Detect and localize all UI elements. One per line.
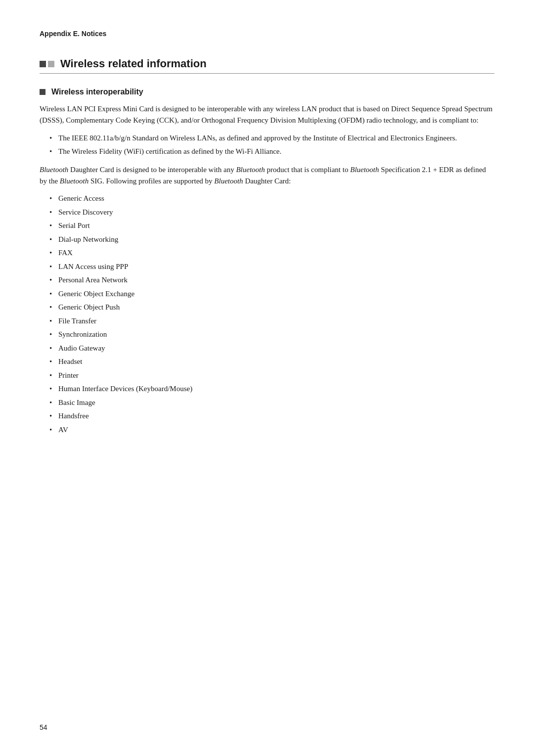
paragraph2-end: Daughter Card:: [243, 177, 291, 185]
list-item: Dial-up Networking: [49, 234, 494, 245]
section-title-container: Wireless related information: [40, 57, 494, 74]
list-item: Audio Gateway: [49, 343, 494, 354]
list-item: Synchronization: [49, 329, 494, 340]
list-item: LAN Access using PPP: [49, 261, 494, 272]
page-number: 54: [40, 723, 47, 731]
body-paragraph-2: Bluetooth Daughter Card is designed to b…: [40, 164, 494, 187]
paragraph2-mid1: Daughter Card is designed to be interope…: [68, 166, 236, 174]
bluetooth-italic-3: Bluetooth: [350, 166, 379, 174]
appendix-header: Appendix E. Notices: [40, 30, 494, 38]
bluetooth-italic-5: Bluetooth: [214, 177, 243, 185]
list-item: File Transfer: [49, 315, 494, 327]
ieee-bullet-list: The IEEE 802.11a/b/g/n Standard on Wirel…: [49, 133, 494, 157]
paragraph2-mid2: product that is compliant to: [265, 166, 350, 174]
list-item: Personal Area Network: [49, 274, 494, 286]
subsection: Wireless interoperability Wireless LAN P…: [40, 88, 494, 435]
section-title: Wireless related information: [60, 57, 207, 70]
bluetooth-italic-2: Bluetooth: [236, 166, 265, 174]
list-item: Printer: [49, 370, 494, 381]
subsection-title: Wireless interoperability: [51, 88, 143, 96]
list-item: FAX: [49, 247, 494, 259]
square-light-icon: [48, 61, 54, 67]
list-item: Generic Object Exchange: [49, 288, 494, 300]
list-item: Basic Image: [49, 397, 494, 408]
profiles-list: Generic AccessService DiscoverySerial Po…: [49, 193, 494, 435]
list-item: Service Discovery: [49, 207, 494, 218]
list-item: Handsfree: [49, 410, 494, 422]
bluetooth-italic-4: Bluetooth: [60, 177, 89, 185]
list-item: Generic Object Push: [49, 302, 494, 313]
paragraph2-mid4: SIG. Following profiles are supported by: [89, 177, 214, 185]
list-item: AV: [49, 424, 494, 436]
list-item: Generic Access: [49, 193, 494, 204]
body-paragraph-1: Wireless LAN PCI Express Mini Card is de…: [40, 103, 494, 127]
list-item: Serial Port: [49, 220, 494, 231]
list-item: Human Interface Devices (Keyboard/Mouse): [49, 383, 494, 395]
list-item-wifi: The Wireless Fidelity (WiFi) certificati…: [49, 146, 494, 157]
square-dark-icon: [40, 61, 46, 67]
list-item: Headset: [49, 356, 494, 367]
list-item-ieee: The IEEE 802.11a/b/g/n Standard on Wirel…: [49, 133, 494, 144]
subsection-bullet-icon: [40, 89, 45, 95]
bluetooth-italic-1: Bluetooth: [40, 166, 68, 174]
